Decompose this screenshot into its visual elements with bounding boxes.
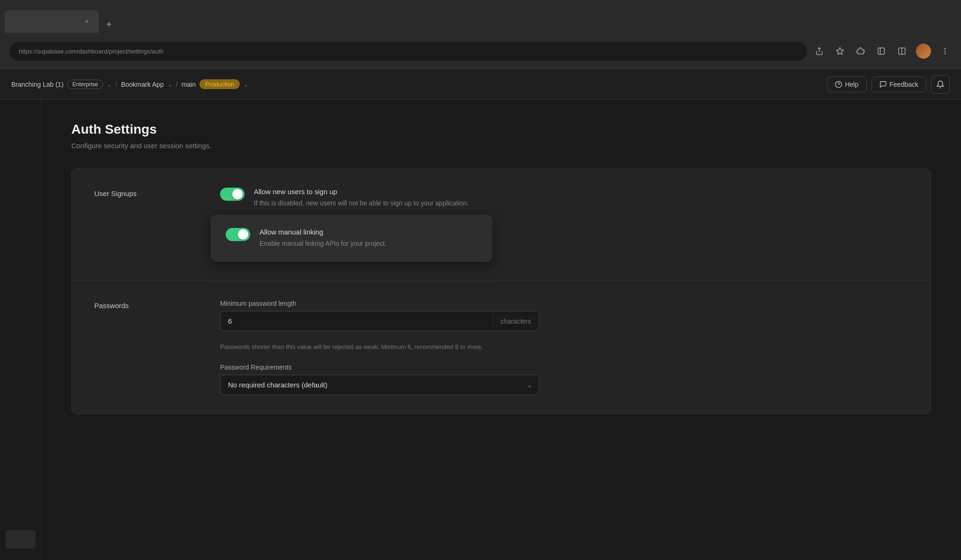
main-layout: Auth Settings Configure security and use…: [0, 99, 961, 560]
browser-tab[interactable]: ×: [5, 10, 99, 33]
tab-bar: × +: [0, 0, 961, 33]
manual-linking-slider: [226, 228, 250, 241]
requirements-select-wrapper: No required characters (default) Letters…: [220, 375, 539, 395]
org-chevron-icon[interactable]: ⌄: [107, 81, 112, 88]
manual-linking-desc: Enable manual linking APIs for your proj…: [259, 239, 477, 249]
manual-linking-popup: Allow manual linking Enable manual linki…: [211, 215, 492, 262]
user-signups-label: User Signups: [94, 188, 198, 262]
sidebar: [0, 99, 41, 560]
page-subtitle: Configure security and user session sett…: [71, 142, 931, 150]
min-length-input-wrapper: characters: [220, 311, 539, 331]
profile-avatar[interactable]: [916, 44, 931, 59]
main-content: Auth Settings Configure security and use…: [41, 99, 961, 560]
help-icon: [835, 81, 842, 88]
signups-toggle[interactable]: [220, 188, 244, 201]
manual-linking-title: Allow manual linking: [259, 228, 477, 236]
min-length-input[interactable]: [221, 311, 493, 331]
sidebar-item[interactable]: [6, 530, 36, 549]
split-view-icon[interactable]: [895, 45, 908, 58]
user-signups-section: User Signups Allow new users to sign up …: [72, 169, 930, 281]
notifications-button[interactable]: [931, 75, 950, 94]
passwords-section: Passwords Minimum password length charac…: [72, 281, 930, 414]
help-button[interactable]: Help: [827, 76, 867, 92]
signups-toggle-title: Allow new users to sign up: [254, 188, 908, 196]
manual-linking-info: Allow manual linking Enable manual linki…: [259, 228, 477, 249]
user-signups-content: Allow new users to sign up If this is di…: [220, 188, 908, 262]
svg-point-6: [945, 48, 946, 49]
chat-icon: [879, 81, 887, 88]
breadcrumb: Branching Lab (1) Enterprise ⌄ / Bookmar…: [11, 79, 827, 89]
min-length-suffix: characters: [493, 312, 539, 331]
extension-icon[interactable]: [854, 45, 867, 58]
requirements-label: Password Requirements: [220, 363, 908, 371]
browser-chrome: × + https://supabase.com/dashboard/proje…: [0, 0, 961, 69]
breadcrumb-app[interactable]: Bookmark App: [121, 81, 164, 88]
menu-icon[interactable]: [938, 45, 952, 58]
passwords-label: Passwords: [94, 300, 198, 395]
password-requirements-field: Password Requirements No required charac…: [220, 363, 908, 395]
feedback-button[interactable]: Feedback: [871, 76, 926, 92]
page-title: Auth Settings: [71, 122, 931, 137]
breadcrumb-sep1: /: [115, 81, 117, 88]
sidebar-toggle-icon[interactable]: [875, 45, 888, 58]
app-header: Branching Lab (1) Enterprise ⌄ / Bookmar…: [0, 69, 961, 99]
signups-toggle-row: Allow new users to sign up If this is di…: [220, 188, 908, 208]
share-icon[interactable]: [813, 45, 826, 58]
browser-toolbar: https://supabase.com/dashboard/project/s…: [0, 33, 961, 69]
enterprise-badge: Enterprise: [67, 80, 103, 89]
new-tab-button[interactable]: +: [100, 16, 117, 33]
manual-linking-toggle[interactable]: [226, 228, 250, 241]
breadcrumb-org[interactable]: Branching Lab (1): [11, 81, 63, 88]
svg-rect-2: [878, 48, 885, 54]
breadcrumb-branch[interactable]: main: [182, 81, 196, 88]
production-badge: Production: [199, 79, 240, 89]
requirements-select[interactable]: No required characters (default) Letters…: [220, 375, 539, 395]
passwords-content: Minimum password length characters Passw…: [220, 300, 908, 395]
min-length-label: Minimum password length: [220, 300, 908, 307]
signups-slider: [220, 188, 244, 201]
bookmark-icon[interactable]: [833, 45, 847, 58]
header-actions: Help Feedback: [827, 75, 950, 94]
manual-linking-toggle-row: Allow manual linking Enable manual linki…: [226, 228, 477, 249]
svg-marker-1: [837, 48, 844, 54]
tab-close-button[interactable]: ×: [83, 17, 91, 26]
svg-point-7: [945, 51, 946, 52]
help-label: Help: [845, 81, 859, 88]
browser-actions: [813, 44, 952, 59]
bell-icon: [936, 80, 945, 89]
breadcrumb-sep2: /: [176, 81, 178, 88]
feedback-label: Feedback: [890, 81, 918, 88]
sidebar-bottom: [0, 524, 41, 554]
app-chevron-icon[interactable]: ⌄: [168, 81, 172, 88]
svg-point-8: [945, 53, 946, 54]
min-length-helper: Passwords shorter than this value will b…: [220, 342, 539, 352]
settings-card: User Signups Allow new users to sign up …: [71, 168, 931, 414]
address-text: https://supabase.com/dashboard/project/s…: [19, 48, 164, 55]
env-chevron-icon[interactable]: ⌄: [244, 81, 248, 88]
min-length-field: Minimum password length characters: [220, 300, 908, 331]
address-bar[interactable]: https://supabase.com/dashboard/project/s…: [9, 42, 807, 61]
signups-toggle-info: Allow new users to sign up If this is di…: [254, 188, 908, 208]
signups-toggle-desc: If this is disabled, new users will not …: [254, 198, 908, 208]
